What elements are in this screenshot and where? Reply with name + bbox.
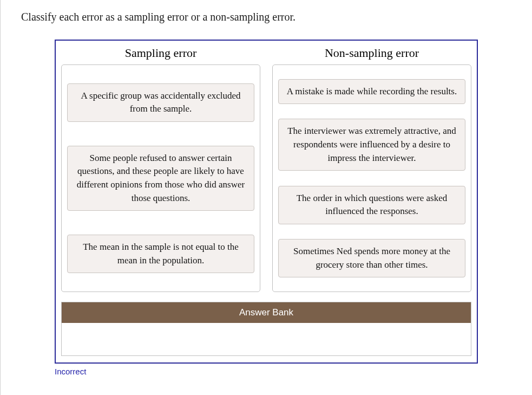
- sampling-error-card[interactable]: The mean in the sample is not equal to t…: [67, 235, 254, 273]
- non-sampling-error-card[interactable]: The order in which questions were asked …: [278, 186, 465, 224]
- sampling-error-heading: Sampling error: [61, 46, 260, 60]
- non-sampling-error-card[interactable]: The interviewer was extremely attractive…: [278, 119, 465, 171]
- question-prompt: Classify each error as a sampling error …: [17, 11, 516, 23]
- non-sampling-error-column: Non-sampling error A mistake is made whi…: [272, 46, 471, 292]
- non-sampling-error-card[interactable]: A mistake is made while recording the re…: [278, 79, 465, 105]
- feedback-label: Incorrect: [55, 367, 516, 376]
- answer-bank: Answer Bank: [61, 302, 471, 356]
- classification-workspace: Sampling error A specific group was acci…: [55, 40, 478, 364]
- non-sampling-error-card[interactable]: Sometimes Ned spends more money at the g…: [278, 239, 465, 277]
- sampling-error-card[interactable]: A specific group was accidentally exclud…: [67, 83, 254, 122]
- sampling-error-column: Sampling error A specific group was acci…: [61, 46, 260, 292]
- non-sampling-error-heading: Non-sampling error: [272, 46, 471, 60]
- classification-columns: Sampling error A specific group was acci…: [61, 46, 471, 292]
- answer-bank-dropzone[interactable]: [62, 323, 471, 355]
- sampling-error-dropzone[interactable]: A specific group was accidentally exclud…: [61, 64, 260, 292]
- non-sampling-error-dropzone[interactable]: A mistake is made while recording the re…: [272, 64, 471, 292]
- answer-bank-header: Answer Bank: [62, 302, 471, 323]
- sampling-error-card[interactable]: Some people refused to answer certain qu…: [67, 146, 254, 211]
